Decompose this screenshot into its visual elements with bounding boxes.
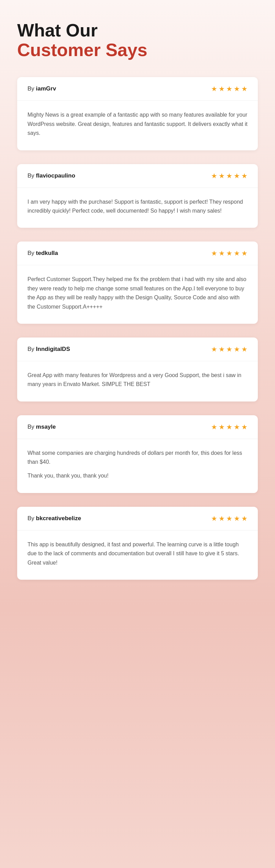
star-icon: ★ xyxy=(234,423,240,431)
star-icon: ★ xyxy=(219,172,225,180)
review-author-6: By bkcreativebelize xyxy=(28,515,81,522)
star-icon: ★ xyxy=(241,85,248,93)
review-text: What some companies are charging hundred… xyxy=(28,449,248,467)
review-text: Great App with many features for Wordpre… xyxy=(28,371,248,389)
review-text: Thank you, thank you, thank you! xyxy=(28,471,248,480)
star-icon: ★ xyxy=(234,249,240,257)
star-icon: ★ xyxy=(226,514,232,523)
review-stars-4: ★★★★★ xyxy=(211,345,248,353)
review-card-3: By tedkulla★★★★★Perfect Customer Support… xyxy=(17,242,258,324)
review-author-2: By flaviocpaulino xyxy=(28,172,75,179)
review-header-6: By bkcreativebelize★★★★★ xyxy=(17,507,258,531)
star-icon: ★ xyxy=(219,85,225,93)
review-author-3: By tedkulla xyxy=(28,250,58,257)
review-body-6: This app is beautifully designed, it fas… xyxy=(17,531,258,580)
review-body-2: I am very happy with the purchase! Suppo… xyxy=(17,188,258,228)
review-stars-6: ★★★★★ xyxy=(211,514,248,523)
review-header-3: By tedkulla★★★★★ xyxy=(17,242,258,265)
star-icon: ★ xyxy=(219,423,225,431)
star-icon: ★ xyxy=(226,423,232,431)
star-icon: ★ xyxy=(226,345,232,353)
star-icon: ★ xyxy=(241,172,248,180)
review-stars-2: ★★★★★ xyxy=(211,172,248,180)
title-line1: What Our xyxy=(17,21,258,40)
star-icon: ★ xyxy=(219,345,225,353)
review-body-4: Great App with many features for Wordpre… xyxy=(17,361,258,401)
review-card-5: By msayle★★★★★What some companies are ch… xyxy=(17,415,258,493)
star-icon: ★ xyxy=(219,514,225,523)
review-body-5: What some companies are charging hundred… xyxy=(17,439,258,493)
star-icon: ★ xyxy=(219,249,225,257)
review-header-1: By iamGrv★★★★★ xyxy=(17,77,258,101)
star-icon: ★ xyxy=(211,345,217,353)
star-icon: ★ xyxy=(226,249,232,257)
reviews-list: By iamGrv★★★★★Mighty News is a great exa… xyxy=(17,77,258,580)
review-stars-5: ★★★★★ xyxy=(211,423,248,431)
review-header-4: By InndigitalDS★★★★★ xyxy=(17,337,258,361)
review-text: I am very happy with the purchase! Suppo… xyxy=(28,197,248,216)
review-author-4: By InndigitalDS xyxy=(28,346,70,353)
star-icon: ★ xyxy=(241,514,248,523)
star-icon: ★ xyxy=(234,514,240,523)
title-line2: Customer Says xyxy=(17,40,258,60)
review-text: Mighty News is a great example of a fant… xyxy=(28,110,248,138)
review-text: This app is beautifully designed, it fas… xyxy=(28,540,248,567)
star-icon: ★ xyxy=(211,249,217,257)
star-icon: ★ xyxy=(226,172,232,180)
review-card-6: By bkcreativebelize★★★★★This app is beau… xyxy=(17,507,258,580)
review-text: Perfect Customer Support.They helped me … xyxy=(28,275,248,311)
review-header-5: By msayle★★★★★ xyxy=(17,415,258,439)
review-author-5: By msayle xyxy=(28,424,56,430)
review-author-1: By iamGrv xyxy=(28,85,56,92)
review-card-4: By InndigitalDS★★★★★Great App with many … xyxy=(17,337,258,401)
star-icon: ★ xyxy=(211,85,217,93)
star-icon: ★ xyxy=(211,172,217,180)
review-card-1: By iamGrv★★★★★Mighty News is a great exa… xyxy=(17,77,258,150)
review-body-3: Perfect Customer Support.They helped me … xyxy=(17,265,258,324)
star-icon: ★ xyxy=(226,85,232,93)
page-title: What Our Customer Says xyxy=(17,21,258,60)
star-icon: ★ xyxy=(234,345,240,353)
star-icon: ★ xyxy=(211,514,217,523)
review-stars-1: ★★★★★ xyxy=(211,85,248,93)
star-icon: ★ xyxy=(211,423,217,431)
review-stars-3: ★★★★★ xyxy=(211,249,248,257)
review-header-2: By flaviocpaulino★★★★★ xyxy=(17,164,258,188)
star-icon: ★ xyxy=(241,345,248,353)
review-body-1: Mighty News is a great example of a fant… xyxy=(17,101,258,150)
star-icon: ★ xyxy=(241,423,248,431)
review-card-2: By flaviocpaulino★★★★★I am very happy wi… xyxy=(17,164,258,228)
star-icon: ★ xyxy=(234,172,240,180)
star-icon: ★ xyxy=(234,85,240,93)
star-icon: ★ xyxy=(241,249,248,257)
